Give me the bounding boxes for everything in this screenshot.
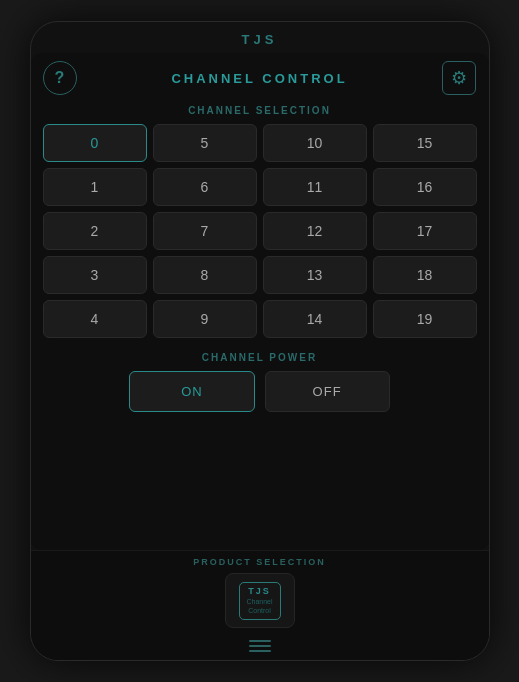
channel-grid: 0 5 10 15 1 6 11 16 2 7 12 17 3 8 13 18 … xyxy=(43,124,477,338)
channel-btn-1[interactable]: 1 xyxy=(43,168,147,206)
channel-btn-11[interactable]: 11 xyxy=(263,168,367,206)
power-on-button[interactable]: ON xyxy=(129,371,254,412)
menu-line-3 xyxy=(249,650,271,652)
channel-btn-12[interactable]: 12 xyxy=(263,212,367,250)
app-logo: TJS xyxy=(242,32,278,47)
menu-line-1 xyxy=(249,640,271,642)
power-off-button[interactable]: OFF xyxy=(265,371,390,412)
channel-btn-16[interactable]: 16 xyxy=(373,168,477,206)
channel-btn-9[interactable]: 9 xyxy=(153,300,257,338)
product-selection-label: PRODUCT SELECTION xyxy=(193,557,326,567)
channel-selection-label: CHANNEL SELECTION xyxy=(188,105,331,116)
channel-btn-17[interactable]: 17 xyxy=(373,212,477,250)
power-section: CHANNEL POWER ON OFF xyxy=(43,352,477,412)
product-sub-label: ChannelControl xyxy=(246,598,272,615)
power-row: ON OFF xyxy=(129,371,389,412)
main-panel: ? CHANNEL CONTROL ⚙ CHANNEL SELECTION 0 … xyxy=(31,53,489,550)
channel-btn-7[interactable]: 7 xyxy=(153,212,257,250)
channel-power-label: CHANNEL POWER xyxy=(202,352,317,363)
product-logo: TJS xyxy=(248,586,271,596)
channel-btn-15[interactable]: 15 xyxy=(373,124,477,162)
channel-btn-6[interactable]: 6 xyxy=(153,168,257,206)
channel-btn-18[interactable]: 18 xyxy=(373,256,477,294)
settings-button[interactable]: ⚙ xyxy=(442,61,476,95)
channel-btn-8[interactable]: 8 xyxy=(153,256,257,294)
channel-btn-19[interactable]: 19 xyxy=(373,300,477,338)
menu-icon[interactable] xyxy=(249,640,271,652)
channel-btn-4[interactable]: 4 xyxy=(43,300,147,338)
channel-btn-2[interactable]: 2 xyxy=(43,212,147,250)
channel-btn-3[interactable]: 3 xyxy=(43,256,147,294)
page-title: CHANNEL CONTROL xyxy=(171,71,347,86)
header-row: ? CHANNEL CONTROL ⚙ xyxy=(43,61,477,95)
channel-btn-10[interactable]: 10 xyxy=(263,124,367,162)
product-icons-row: TJS ChannelControl xyxy=(225,573,295,628)
gear-icon: ⚙ xyxy=(451,67,467,89)
channel-btn-14[interactable]: 14 xyxy=(263,300,367,338)
bottom-panel: PRODUCT SELECTION TJS ChannelControl xyxy=(31,550,489,660)
menu-line-2 xyxy=(249,645,271,647)
top-bar: TJS xyxy=(31,22,489,53)
product-icon-channel-control[interactable]: TJS ChannelControl xyxy=(225,573,295,628)
device-frame: TJS ? CHANNEL CONTROL ⚙ CHANNEL SELECTIO… xyxy=(30,21,490,661)
channel-btn-13[interactable]: 13 xyxy=(263,256,367,294)
product-icon-inner: TJS ChannelControl xyxy=(239,582,281,620)
channel-btn-0[interactable]: 0 xyxy=(43,124,147,162)
channel-btn-5[interactable]: 5 xyxy=(153,124,257,162)
help-button[interactable]: ? xyxy=(43,61,77,95)
